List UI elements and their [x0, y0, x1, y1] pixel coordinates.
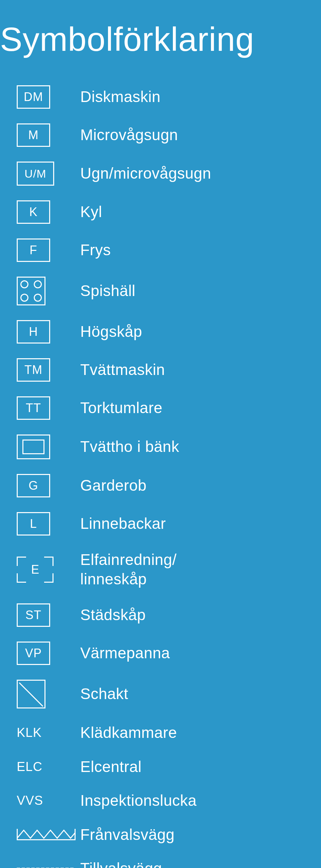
legend-row: G Garderob	[17, 474, 321, 497]
legend-label: Frånvalsvägg	[80, 825, 174, 845]
legend-row: Tvättho i bänk	[17, 434, 321, 459]
legend-label: Spishäll	[80, 281, 135, 301]
legend-row: K Kyl	[17, 200, 321, 224]
symbol-box-um: U/M	[17, 161, 54, 186]
legend-row: VP Värmepanna	[17, 642, 321, 665]
legend-row: VVS Inspektionslucka	[17, 791, 321, 810]
legend-label: Frys	[80, 241, 111, 260]
legend-label: Inspektionslucka	[80, 791, 197, 810]
legend-row: Spishäll	[17, 277, 321, 305]
symbol-box-g: G	[17, 474, 50, 497]
legend-row: TM Tvättmaskin	[17, 358, 321, 382]
legend-row: L Linnebackar	[17, 512, 321, 535]
legend-row: M Microvågsugn	[17, 123, 321, 147]
symbol-box-vp: VP	[17, 642, 50, 665]
legend-label: Ugn/microvågsugn	[80, 164, 211, 183]
legend-row: U/M Ugn/microvågsugn	[17, 161, 321, 186]
legend-row: ELC Elcentral	[17, 757, 321, 777]
symbol-corners-e: E	[17, 557, 54, 583]
legend-label: Värmepanna	[80, 644, 170, 663]
symbol-box-h: H	[17, 320, 50, 343]
shaft-icon	[17, 680, 45, 708]
legend-label: Microvågsugn	[80, 125, 178, 145]
symbol-box-st: ST	[17, 603, 50, 627]
legend-label: Elcentral	[80, 757, 141, 777]
legend-label: Högskåp	[80, 322, 142, 342]
legend-row: ST Städskåp	[17, 603, 321, 627]
legend-label: Garderob	[80, 476, 147, 495]
legend-list: DM Diskmaskin M Microvågsugn U/M Ugn/mic…	[0, 85, 321, 868]
legend-row: Frånvalsvägg	[17, 825, 321, 845]
legend-row: TT Torktumlare	[17, 396, 321, 420]
legend-label: Tvättho i bänk	[80, 437, 179, 457]
legend-label: Elfainredning/ linneskåp	[80, 550, 176, 589]
legend-label: Schakt	[80, 684, 128, 704]
page-title: Symbolförklaring	[0, 20, 321, 59]
sink-icon	[17, 434, 50, 459]
symbol-box-m: M	[17, 123, 50, 147]
symbol-text-elc: ELC	[17, 760, 42, 774]
symbol-box-dm: DM	[17, 85, 50, 109]
legend-row: KLK Klädkammare	[17, 723, 321, 743]
symbol-box-tt: TT	[17, 396, 50, 420]
legend-row: H Högskåp	[17, 320, 321, 343]
symbol-box-l: L	[17, 512, 50, 535]
legend-label: Tvättmaskin	[80, 360, 165, 380]
legend-label: Klädkammare	[80, 723, 177, 743]
symbol-box-f: F	[17, 239, 50, 262]
symbol-box-k: K	[17, 200, 50, 224]
legend-label: Tillvalsvägg	[80, 859, 162, 868]
legend-label: Linnebackar	[80, 514, 166, 533]
symbol-text-vvs: VVS	[17, 794, 43, 808]
symbol-text: E	[31, 563, 39, 577]
symbol-text-klk: KLK	[17, 725, 42, 740]
legend-row: F Frys	[17, 239, 321, 262]
legend-row: DM Diskmaskin	[17, 85, 321, 109]
legend-row: E Elfainredning/ linneskåp	[17, 550, 321, 589]
legend-row: Tillvalsvägg	[17, 859, 321, 868]
legend-row: Schakt	[17, 680, 321, 708]
legend-label: Diskmaskin	[80, 87, 160, 107]
legend-label: Kyl	[80, 203, 102, 222]
symbol-box-tm: TM	[17, 358, 50, 382]
hob-icon	[17, 277, 45, 305]
legend-label: Torktumlare	[80, 398, 162, 418]
legend-label: Städskåp	[80, 606, 146, 625]
zigzag-wall-icon	[17, 829, 75, 840]
